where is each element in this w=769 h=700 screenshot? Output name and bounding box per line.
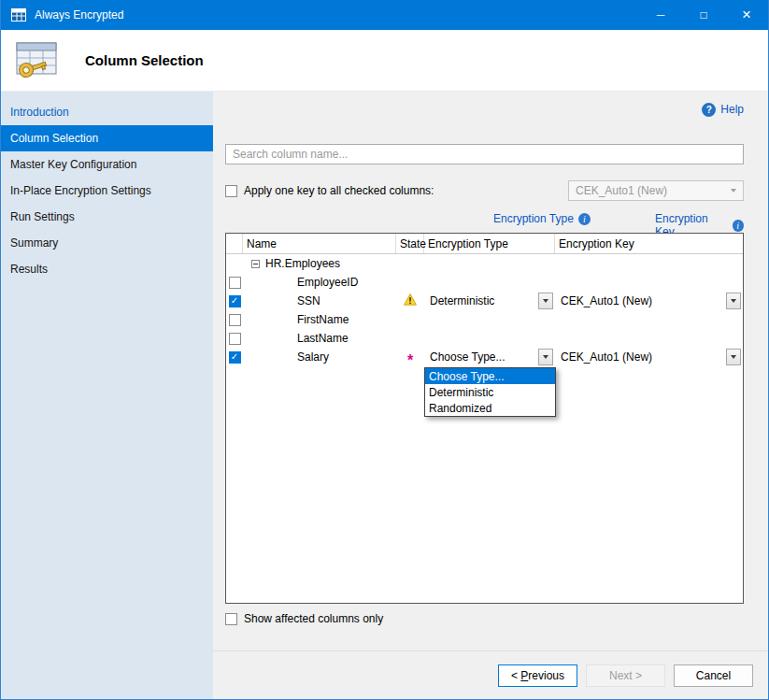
window-title: Always Encrypted — [35, 8, 123, 21]
encryption-key-value[interactable]: CEK_Auto1 (New) — [561, 294, 652, 307]
header-encryption-key: Encryption Key — [555, 234, 743, 253]
search-column-input[interactable] — [225, 144, 744, 164]
main-panel: ? Help Apply one key to all checked colu… — [213, 92, 768, 699]
table-row-hr-employees: HR.Employees — [226, 254, 743, 273]
help-link[interactable]: ? Help — [702, 103, 744, 117]
encryption-type-dropdown-button[interactable] — [538, 293, 553, 309]
row-checkbox[interactable] — [229, 277, 241, 289]
encryption-key-value[interactable]: CEK_Auto1 (New) — [561, 350, 652, 364]
sidebar-item-introduction[interactable]: Introduction — [1, 99, 213, 125]
previous-button[interactable]: < Previous — [498, 664, 577, 687]
encryption-type-info-icon[interactable]: i — [578, 213, 591, 225]
table-row-employeeid: EmployeeID — [226, 273, 743, 292]
column-name: SSN — [243, 294, 396, 307]
maximize-button[interactable]: □ — [682, 0, 725, 30]
minimize-button[interactable]: ─ — [639, 0, 682, 30]
content-area: Introduction Column Selection Master Key… — [1, 92, 768, 699]
main-content: ? Help Apply one key to all checked colu… — [213, 92, 768, 650]
warning-icon — [404, 293, 417, 308]
header-state: State — [396, 234, 424, 253]
table-row-ssn: SSN Deterministic — [226, 292, 743, 310]
show-affected-checkbox[interactable] — [225, 613, 237, 625]
apply-key-row: Apply one key to all checked columns: CE… — [225, 180, 744, 201]
grid-header: Name State Encryption Type Encryption Ke… — [226, 234, 743, 254]
dropdown-option-deterministic[interactable]: Deterministic — [425, 384, 555, 400]
encryption-key-dropdown-button[interactable] — [726, 293, 741, 309]
help-row: ? Help — [225, 101, 744, 118]
apply-key-checkbox[interactable] — [225, 185, 237, 197]
collapse-icon[interactable] — [251, 260, 260, 268]
row-checkbox[interactable] — [229, 333, 241, 345]
encryption-type-dropdown-list: Choose Type... Deterministic Randomized — [424, 367, 556, 417]
required-asterisk-icon: * — [407, 350, 413, 364]
show-affected-label: Show affected columns only — [244, 612, 383, 625]
encryption-type-value[interactable]: Choose Type... — [430, 350, 506, 364]
header-encryption-type: Encryption Type — [424, 234, 555, 253]
footer: < Previous Next > Cancel — [213, 650, 768, 699]
page-header: Column Selection — [1, 30, 768, 92]
table-row-salary: Salary * Choose Type... CEK_Auto1 (New) — [226, 348, 743, 366]
encryption-type-link[interactable]: Encryption Type — [493, 212, 574, 225]
always-encrypted-window: Always Encrypted ─ □ × Column — [0, 0, 769, 700]
dropdown-option-choose-type[interactable]: Choose Type... — [425, 368, 555, 384]
sidebar-item-results: Results — [1, 256, 213, 282]
apply-key-label: Apply one key to all checked columns: — [244, 184, 434, 197]
show-affected-row: Show affected columns only — [225, 612, 744, 625]
column-name: FirstName — [243, 313, 396, 326]
column-links-row: Encryption Type i Encryption Key i — [225, 212, 744, 228]
chevron-down-icon — [731, 189, 736, 193]
help-icon: ? — [702, 103, 716, 117]
encryption-key-info-icon[interactable]: i — [733, 220, 744, 232]
column-name: LastName — [243, 332, 396, 345]
row-checkbox[interactable] — [229, 295, 241, 307]
table-key-icon — [12, 39, 61, 82]
dropdown-option-randomized[interactable]: Randomized — [425, 400, 555, 416]
table-name: HR.Employees — [265, 257, 340, 270]
encryption-type-value[interactable]: Deterministic — [430, 294, 494, 307]
next-button[interactable]: Next > — [586, 664, 665, 687]
cancel-button[interactable]: Cancel — [674, 664, 753, 687]
row-checkbox[interactable] — [229, 314, 241, 326]
sidebar-item-column-selection[interactable]: Column Selection — [1, 125, 213, 151]
table-row-lastname: LastName — [226, 329, 743, 348]
wizard-steps-sidebar: Introduction Column Selection Master Key… — [1, 92, 213, 699]
help-label: Help — [720, 103, 744, 116]
sidebar-item-summary: Summary — [1, 230, 213, 256]
column-name: EmployeeID — [243, 276, 396, 289]
columns-grid: Name State Encryption Type Encryption Ke… — [225, 233, 744, 604]
header-checkbox-column — [226, 234, 243, 253]
page-title: Column Selection — [85, 52, 204, 68]
sidebar-item-in-place-encryption-settings: In-Place Encryption Settings — [1, 178, 213, 204]
cek-key-select[interactable]: CEK_Auto1 (New) — [568, 180, 744, 201]
close-button[interactable]: × — [725, 0, 768, 30]
sidebar-item-master-key-configuration: Master Key Configuration — [1, 151, 213, 178]
cek-key-select-value: CEK_Auto1 (New) — [576, 184, 667, 197]
table-row-firstname: FirstName — [226, 310, 743, 329]
column-name: Salary — [243, 350, 396, 364]
header-name: Name — [243, 234, 396, 253]
app-icon — [10, 7, 27, 23]
sidebar-item-run-settings: Run Settings — [1, 204, 213, 230]
titlebar: Always Encrypted ─ □ × — [1, 0, 768, 30]
row-checkbox[interactable] — [229, 351, 241, 364]
encryption-type-dropdown-button[interactable] — [538, 349, 553, 365]
encryption-key-dropdown-button[interactable] — [726, 349, 741, 365]
